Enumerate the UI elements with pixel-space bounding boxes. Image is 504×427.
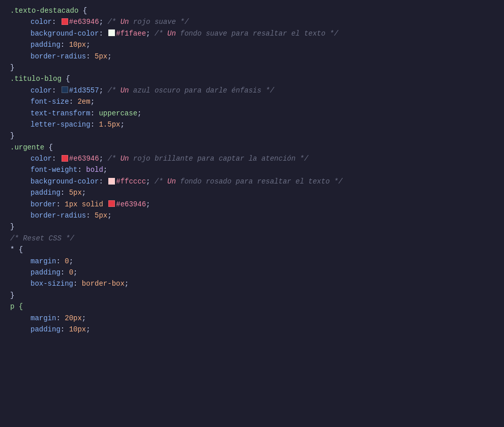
css-property: padding (31, 187, 61, 198)
code-line: box-sizing: border-box; (0, 278, 504, 289)
code-line: padding: 10px; (0, 324, 504, 335)
color-swatch (108, 29, 115, 36)
css-property: color (31, 16, 52, 27)
code-editor: .texto-destacado { color: #e63946; /* Un… (0, 0, 504, 427)
code-line: .urgente { (0, 142, 504, 153)
code-line: padding: 10px; (0, 39, 504, 50)
css-value: #f1faee (116, 28, 146, 39)
css-selector: .titulo-blog (10, 73, 62, 84)
color-swatch (62, 18, 68, 25)
css-value: #ffcccc (116, 176, 146, 187)
code-line: letter-spacing: 1.5px; (0, 119, 504, 130)
css-property: letter-spacing (31, 119, 91, 130)
css-property: font-weight (31, 164, 77, 175)
css-value: #e63946 (69, 16, 99, 27)
code-line: /* Reset CSS */ (0, 233, 504, 244)
css-value: 0 (65, 256, 69, 267)
color-swatch (62, 86, 68, 93)
css-property: font-size (31, 96, 69, 107)
css-value: 5px (69, 187, 82, 198)
css-value: 10px (69, 324, 86, 335)
code-line: background-color: #ffcccc; /* Un fondo r… (0, 176, 504, 187)
css-value: 20px (65, 313, 82, 324)
code-line: } (0, 130, 504, 141)
css-property: border-radius (31, 210, 86, 221)
css-property: border (31, 199, 56, 210)
css-value: 10px (69, 39, 86, 50)
code-line: } (0, 290, 504, 301)
css-value: border-box (82, 278, 125, 289)
css-property: background-color (31, 28, 99, 39)
css-property: border-radius (31, 51, 86, 62)
code-line: .texto-destacado { (0, 5, 504, 16)
code-line: color: #1d3557; /* Un azul oscuro para d… (0, 85, 504, 96)
css-property: padding (31, 267, 61, 278)
css-value: 1px solid (65, 199, 107, 210)
code-line: border-radius: 5px; (0, 51, 504, 62)
css-selector: .texto-destacado (10, 5, 78, 16)
code-line: } (0, 221, 504, 232)
code-line: border-radius: 5px; (0, 210, 504, 221)
code-line: padding: 0; (0, 267, 504, 278)
color-swatch (62, 155, 68, 162)
code-line: margin: 20px; (0, 313, 504, 324)
code-line: } (0, 62, 504, 73)
css-value: 2em (77, 96, 90, 107)
code-line: border: 1px solid #e63946; (0, 199, 504, 210)
css-selector: p { (10, 301, 23, 312)
css-property: text-transform (31, 108, 91, 119)
css-value: 1.5px (99, 119, 120, 130)
code-line: background-color: #f1faee; /* Un fondo s… (0, 28, 504, 39)
code-line: color: #e63946; /* Un rojo suave */ (0, 16, 504, 27)
css-property: margin (31, 313, 56, 324)
code-line: .titulo-blog { (0, 73, 504, 84)
code-line: p { (0, 301, 504, 312)
css-property: color (31, 85, 52, 96)
code-line: text-transform: uppercase; (0, 108, 504, 119)
css-value: 5px (95, 210, 107, 221)
css-property: margin (31, 256, 56, 267)
css-property: padding (31, 324, 61, 335)
color-swatch (108, 178, 115, 185)
code-line: font-weight: bold; (0, 164, 504, 175)
code-line: padding: 5px; (0, 187, 504, 198)
css-selector: .urgente (10, 142, 44, 153)
css-property: box-sizing (31, 278, 73, 289)
css-value: 5px (95, 51, 107, 62)
css-value: #e63946 (116, 199, 146, 210)
code-line: * { (0, 244, 504, 255)
css-property: padding (31, 39, 61, 50)
code-line: margin: 0; (0, 256, 504, 267)
css-value: 0 (69, 267, 73, 278)
code-line: color: #e63946; /* Un rojo brillante par… (0, 153, 504, 164)
css-value: bold (86, 164, 103, 175)
css-value: uppercase (99, 108, 137, 119)
css-property: background-color (31, 176, 99, 187)
css-value: #1d3557 (69, 85, 99, 96)
css-value: #e63946 (69, 153, 99, 164)
color-swatch (108, 200, 115, 207)
css-property: color (31, 153, 52, 164)
code-line: font-size: 2em; (0, 96, 504, 107)
